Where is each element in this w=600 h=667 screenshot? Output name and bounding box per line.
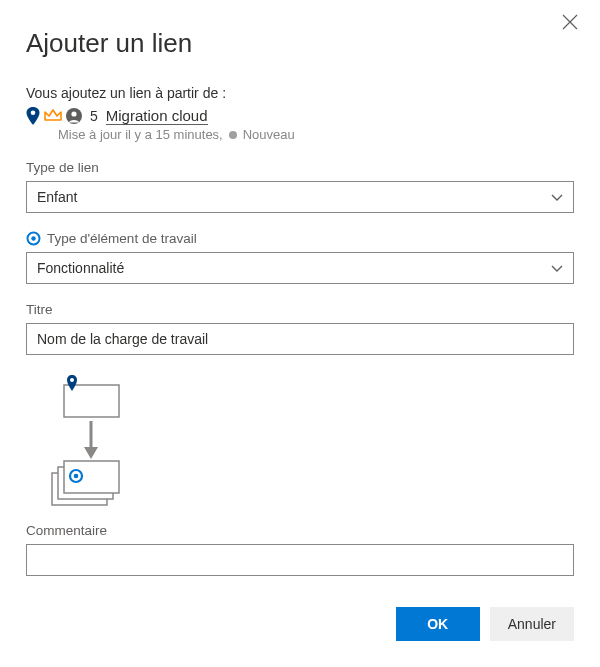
link-type-value: Enfant: [37, 189, 77, 205]
link-type-select[interactable]: Enfant: [26, 181, 574, 213]
title-section: Titre Nom de la charge de travail: [26, 302, 574, 355]
intro-text: Vous ajoutez un lien à partir de :: [26, 85, 574, 101]
target-icon: [26, 231, 41, 246]
hierarchy-diagram: [26, 373, 574, 511]
source-item-id: 5: [90, 108, 98, 124]
chevron-down-icon: [551, 189, 563, 205]
pin-icon: [26, 107, 40, 125]
source-item-link[interactable]: Migration cloud: [106, 107, 208, 125]
title-input[interactable]: Nom de la charge de travail: [26, 323, 574, 355]
link-type-label: Type de lien: [26, 160, 574, 175]
updated-text: Mise à jour il y a 15 minutes,: [58, 127, 223, 142]
source-item-row: 5 Migration cloud: [26, 107, 574, 125]
work-item-type-value: Fonctionnalité: [37, 260, 124, 276]
add-link-dialog: Ajouter un lien Vous ajoutez un lien à p…: [0, 0, 600, 667]
crown-icon: [44, 109, 62, 123]
close-icon: [562, 14, 578, 30]
svg-rect-10: [64, 461, 119, 493]
title-value: Nom de la charge de travail: [37, 331, 208, 347]
work-item-type-label-text: Type d'élément de travail: [47, 231, 197, 246]
source-item-meta: Mise à jour il y a 15 minutes, Nouveau: [58, 127, 574, 142]
ok-button[interactable]: OK: [396, 607, 480, 641]
comment-input[interactable]: [26, 544, 574, 576]
close-button[interactable]: [562, 14, 582, 34]
work-item-type-section: Type d'élément de travail Fonctionnalité: [26, 231, 574, 284]
avatar-icon: [66, 108, 82, 124]
work-item-type-select[interactable]: Fonctionnalité: [26, 252, 574, 284]
comment-label: Commentaire: [26, 523, 574, 538]
cancel-button[interactable]: Annuler: [490, 607, 574, 641]
dialog-title: Ajouter un lien: [26, 28, 574, 59]
dialog-footer: OK Annuler: [396, 607, 574, 641]
svg-point-12: [74, 474, 79, 479]
status-dot-icon: [229, 131, 237, 139]
comment-section: Commentaire: [26, 523, 574, 576]
work-item-type-label: Type d'élément de travail: [26, 231, 574, 246]
chevron-down-icon: [551, 260, 563, 276]
svg-point-2: [71, 111, 76, 116]
svg-point-6: [70, 378, 74, 382]
status-text: Nouveau: [243, 127, 295, 142]
svg-point-4: [31, 236, 35, 240]
title-label: Titre: [26, 302, 574, 317]
svg-point-0: [31, 111, 36, 116]
link-type-section: Type de lien Enfant: [26, 160, 574, 213]
